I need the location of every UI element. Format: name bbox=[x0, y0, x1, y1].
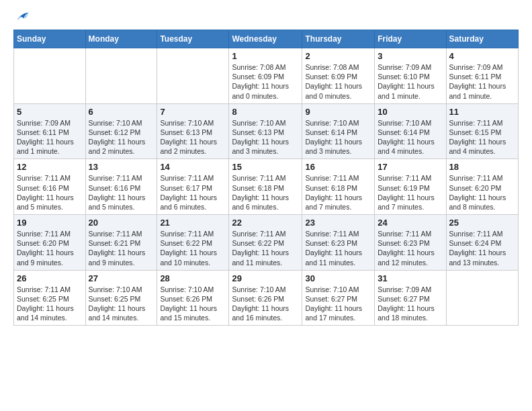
day-info: Sunrise: 7:09 AM Sunset: 6:10 PM Dayligh… bbox=[378, 62, 443, 101]
calendar-cell: 7Sunrise: 7:10 AM Sunset: 6:13 PM Daylig… bbox=[157, 103, 229, 159]
calendar-cell bbox=[85, 48, 157, 104]
calendar-cell: 25Sunrise: 7:11 AM Sunset: 6:24 PM Dayli… bbox=[446, 215, 518, 271]
calendar-week-1: 1Sunrise: 7:08 AM Sunset: 6:09 PM Daylig… bbox=[14, 48, 519, 104]
day-number: 13 bbox=[89, 162, 154, 172]
day-info: Sunrise: 7:11 AM Sunset: 6:21 PM Dayligh… bbox=[89, 229, 154, 267]
day-number: 26 bbox=[17, 273, 83, 283]
calendar-cell: 23Sunrise: 7:11 AM Sunset: 6:23 PM Dayli… bbox=[302, 215, 375, 271]
calendar-cell: 17Sunrise: 7:11 AM Sunset: 6:19 PM Dayli… bbox=[375, 159, 446, 215]
day-number: 28 bbox=[160, 273, 226, 283]
day-info: Sunrise: 7:10 AM Sunset: 6:25 PM Dayligh… bbox=[89, 285, 154, 323]
calendar-week-3: 12Sunrise: 7:11 AM Sunset: 6:16 PM Dayli… bbox=[14, 159, 519, 215]
weekday-header-friday: Friday bbox=[375, 30, 446, 48]
day-number: 8 bbox=[232, 107, 299, 117]
calendar-cell: 9Sunrise: 7:10 AM Sunset: 6:14 PM Daylig… bbox=[302, 103, 375, 159]
day-number: 31 bbox=[378, 273, 443, 283]
calendar-cell: 13Sunrise: 7:11 AM Sunset: 6:16 PM Dayli… bbox=[85, 159, 157, 215]
calendar-cell: 18Sunrise: 7:11 AM Sunset: 6:20 PM Dayli… bbox=[446, 159, 518, 215]
calendar-cell: 26Sunrise: 7:11 AM Sunset: 6:25 PM Dayli… bbox=[14, 270, 86, 326]
day-info: Sunrise: 7:11 AM Sunset: 6:20 PM Dayligh… bbox=[449, 173, 515, 212]
day-number: 20 bbox=[89, 218, 154, 228]
day-info: Sunrise: 7:11 AM Sunset: 6:20 PM Dayligh… bbox=[17, 229, 83, 267]
calendar-week-5: 26Sunrise: 7:11 AM Sunset: 6:25 PM Dayli… bbox=[14, 270, 519, 326]
calendar-cell: 10Sunrise: 7:10 AM Sunset: 6:14 PM Dayli… bbox=[375, 103, 446, 159]
calendar-cell bbox=[14, 48, 86, 104]
day-number: 14 bbox=[160, 162, 226, 172]
day-info: Sunrise: 7:10 AM Sunset: 6:26 PM Dayligh… bbox=[232, 285, 299, 323]
calendar-week-2: 5Sunrise: 7:09 AM Sunset: 6:11 PM Daylig… bbox=[14, 103, 519, 159]
day-info: Sunrise: 7:11 AM Sunset: 6:16 PM Dayligh… bbox=[89, 173, 154, 212]
logo-text bbox=[13, 11, 30, 23]
day-number: 4 bbox=[449, 51, 515, 61]
calendar-cell: 19Sunrise: 7:11 AM Sunset: 6:20 PM Dayli… bbox=[14, 215, 86, 271]
calendar-cell bbox=[157, 48, 229, 104]
day-info: Sunrise: 7:09 AM Sunset: 6:11 PM Dayligh… bbox=[17, 118, 83, 156]
calendar-cell: 31Sunrise: 7:09 AM Sunset: 6:27 PM Dayli… bbox=[375, 270, 446, 326]
day-info: Sunrise: 7:11 AM Sunset: 6:19 PM Dayligh… bbox=[378, 173, 443, 212]
day-number: 23 bbox=[305, 218, 371, 228]
day-number: 18 bbox=[449, 162, 515, 172]
day-info: Sunrise: 7:11 AM Sunset: 6:22 PM Dayligh… bbox=[232, 229, 299, 267]
logo bbox=[13, 11, 30, 23]
day-info: Sunrise: 7:10 AM Sunset: 6:26 PM Dayligh… bbox=[160, 285, 226, 323]
day-info: Sunrise: 7:11 AM Sunset: 6:17 PM Dayligh… bbox=[160, 173, 226, 212]
day-number: 25 bbox=[449, 218, 515, 228]
calendar-cell: 24Sunrise: 7:11 AM Sunset: 6:23 PM Dayli… bbox=[375, 215, 446, 271]
calendar-cell: 29Sunrise: 7:10 AM Sunset: 6:26 PM Dayli… bbox=[229, 270, 302, 326]
logo-bird-icon bbox=[15, 11, 30, 23]
day-info: Sunrise: 7:10 AM Sunset: 6:12 PM Dayligh… bbox=[89, 118, 154, 156]
day-number: 19 bbox=[17, 218, 83, 228]
day-info: Sunrise: 7:08 AM Sunset: 6:09 PM Dayligh… bbox=[232, 62, 299, 101]
weekday-header-saturday: Saturday bbox=[446, 30, 518, 48]
calendar-cell: 2Sunrise: 7:08 AM Sunset: 6:09 PM Daylig… bbox=[302, 48, 375, 104]
day-number: 30 bbox=[305, 273, 371, 283]
calendar-cell: 4Sunrise: 7:09 AM Sunset: 6:11 PM Daylig… bbox=[446, 48, 518, 104]
day-number: 24 bbox=[378, 218, 443, 228]
day-info: Sunrise: 7:10 AM Sunset: 6:13 PM Dayligh… bbox=[160, 118, 226, 156]
day-info: Sunrise: 7:11 AM Sunset: 6:22 PM Dayligh… bbox=[160, 229, 226, 267]
day-number: 11 bbox=[449, 107, 515, 117]
calendar-cell: 15Sunrise: 7:11 AM Sunset: 6:18 PM Dayli… bbox=[229, 159, 302, 215]
day-number: 29 bbox=[232, 273, 299, 283]
calendar-cell: 11Sunrise: 7:11 AM Sunset: 6:15 PM Dayli… bbox=[446, 103, 518, 159]
calendar-cell: 14Sunrise: 7:11 AM Sunset: 6:17 PM Dayli… bbox=[157, 159, 229, 215]
calendar-cell bbox=[446, 270, 518, 326]
day-number: 10 bbox=[378, 107, 443, 117]
page: SundayMondayTuesdayWednesdayThursdayFrid… bbox=[0, 0, 532, 336]
calendar-cell: 6Sunrise: 7:10 AM Sunset: 6:12 PM Daylig… bbox=[85, 103, 157, 159]
calendar-cell: 28Sunrise: 7:10 AM Sunset: 6:26 PM Dayli… bbox=[157, 270, 229, 326]
weekday-header-monday: Monday bbox=[85, 30, 157, 48]
day-info: Sunrise: 7:11 AM Sunset: 6:16 PM Dayligh… bbox=[17, 173, 83, 212]
day-number: 9 bbox=[305, 107, 371, 117]
calendar-week-4: 19Sunrise: 7:11 AM Sunset: 6:20 PM Dayli… bbox=[14, 215, 519, 271]
day-info: Sunrise: 7:08 AM Sunset: 6:09 PM Dayligh… bbox=[305, 62, 371, 101]
day-info: Sunrise: 7:11 AM Sunset: 6:23 PM Dayligh… bbox=[378, 229, 443, 267]
day-info: Sunrise: 7:09 AM Sunset: 6:11 PM Dayligh… bbox=[449, 62, 515, 101]
day-info: Sunrise: 7:10 AM Sunset: 6:14 PM Dayligh… bbox=[305, 118, 371, 156]
day-info: Sunrise: 7:10 AM Sunset: 6:13 PM Dayligh… bbox=[232, 118, 299, 156]
day-number: 1 bbox=[232, 51, 299, 61]
calendar-cell: 22Sunrise: 7:11 AM Sunset: 6:22 PM Dayli… bbox=[229, 215, 302, 271]
weekday-header-thursday: Thursday bbox=[302, 30, 375, 48]
day-number: 21 bbox=[160, 218, 226, 228]
calendar-cell: 21Sunrise: 7:11 AM Sunset: 6:22 PM Dayli… bbox=[157, 215, 229, 271]
calendar-table: SundayMondayTuesdayWednesdayThursdayFrid… bbox=[13, 30, 519, 326]
weekday-header-tuesday: Tuesday bbox=[157, 30, 229, 48]
day-number: 16 bbox=[305, 162, 371, 172]
calendar-cell: 20Sunrise: 7:11 AM Sunset: 6:21 PM Dayli… bbox=[85, 215, 157, 271]
calendar-cell: 12Sunrise: 7:11 AM Sunset: 6:16 PM Dayli… bbox=[14, 159, 86, 215]
day-number: 3 bbox=[378, 51, 443, 61]
day-number: 17 bbox=[378, 162, 443, 172]
day-number: 6 bbox=[89, 107, 154, 117]
day-info: Sunrise: 7:11 AM Sunset: 6:23 PM Dayligh… bbox=[305, 229, 371, 267]
day-number: 15 bbox=[232, 162, 299, 172]
weekday-header-sunday: Sunday bbox=[14, 30, 86, 48]
day-info: Sunrise: 7:10 AM Sunset: 6:14 PM Dayligh… bbox=[378, 118, 443, 156]
calendar-cell: 8Sunrise: 7:10 AM Sunset: 6:13 PM Daylig… bbox=[229, 103, 302, 159]
day-info: Sunrise: 7:11 AM Sunset: 6:25 PM Dayligh… bbox=[17, 285, 83, 323]
calendar-cell: 1Sunrise: 7:08 AM Sunset: 6:09 PM Daylig… bbox=[229, 48, 302, 104]
calendar-header-row: SundayMondayTuesdayWednesdayThursdayFrid… bbox=[14, 30, 519, 48]
day-info: Sunrise: 7:11 AM Sunset: 6:18 PM Dayligh… bbox=[232, 173, 299, 212]
day-number: 12 bbox=[17, 162, 83, 172]
day-number: 22 bbox=[232, 218, 299, 228]
